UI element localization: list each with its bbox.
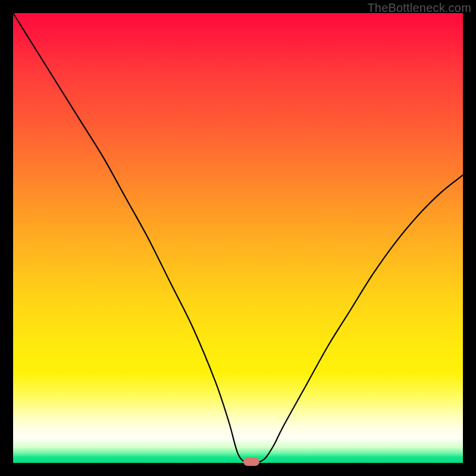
plot-area [13,13,463,463]
watermark-text: TheBottleneck.com [367,1,471,15]
minimum-marker [243,458,259,466]
chart-frame: TheBottleneck.com [0,0,476,476]
bottleneck-curve [13,13,463,463]
